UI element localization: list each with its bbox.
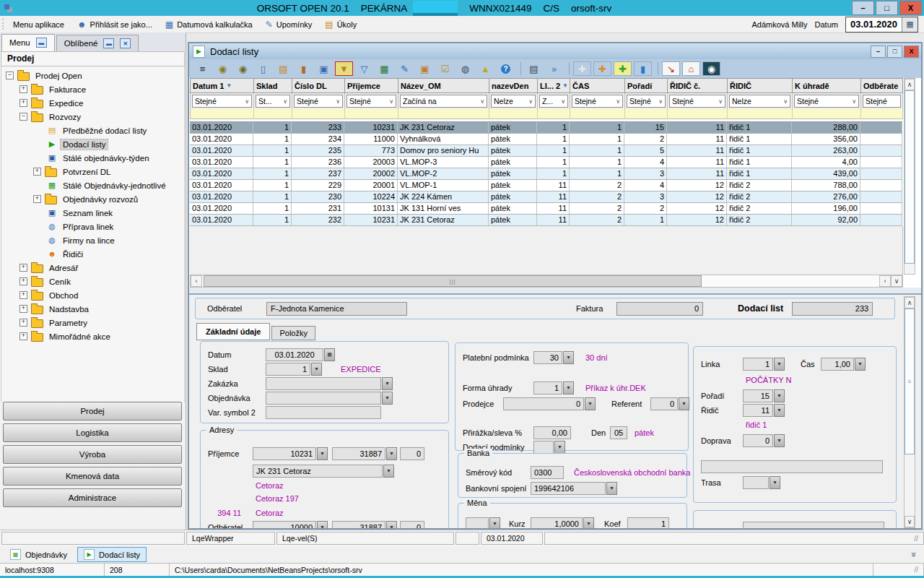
scroll-up-icon[interactable]: ∧ <box>905 79 915 90</box>
tree-item-nadstavba[interactable]: +Nadstavba <box>1 302 184 316</box>
detail-vscroll-thumb[interactable]: ≡ <box>905 309 915 454</box>
view-columns-icon[interactable]: ◉ <box>234 61 252 76</box>
tree-item-st-l-objedn-vky-jednotliv[interactable]: ▦Stálé Objednávky-jednotlivé <box>1 178 184 192</box>
table-row[interactable]: 03.01.2020123411000Vyhnálkovápátek11211ř… <box>190 134 902 145</box>
dropdown-button[interactable]: ▼ <box>774 434 785 447</box>
menu-item-menu-aplikace[interactable]: Menu aplikace <box>6 16 71 33</box>
table-row[interactable]: 03.01.2020123110131JK 131 Horní vespátek… <box>190 203 902 215</box>
filter-dropdown[interactable]: St...∨ <box>256 95 290 108</box>
tree-item-dodac-listy[interactable]: ▶Dodací listy <box>1 137 184 151</box>
form-field[interactable] <box>701 460 883 473</box>
quick-filter-icon[interactable]: ▼ <box>335 61 353 76</box>
form-field[interactable] <box>533 441 554 454</box>
tree-item-p-prava-linek[interactable]: ◍Příprava linek <box>1 220 184 233</box>
hscroll-track[interactable]: ||| <box>202 275 879 287</box>
minimize-panel-icon[interactable]: ▬ <box>36 38 47 48</box>
table-row[interactable]: 03.01.2020123310231JK 231 Cetorazpátek11… <box>190 122 902 134</box>
filter-input-cell[interactable] <box>625 109 668 119</box>
dropdown-button[interactable]: ▼ <box>489 517 500 530</box>
form-field[interactable]: 0 <box>400 447 424 460</box>
form-field[interactable] <box>743 476 769 489</box>
table-row[interactable]: 03.01.2020123620003VL.MOP-3pátek11411řid… <box>190 157 902 168</box>
form-field[interactable]: 1 <box>533 381 562 394</box>
splitter[interactable] <box>189 288 921 295</box>
form-field[interactable]: 0,00 <box>533 426 571 439</box>
filter-input-cell[interactable] <box>254 109 292 119</box>
nav-button-kmenov-data[interactable]: Kmenová data <box>3 467 182 486</box>
form-field[interactable] <box>743 522 884 530</box>
view-record-icon[interactable]: ◉ <box>214 61 232 76</box>
filter-dropdown[interactable]: Stejné∨ <box>669 95 725 108</box>
tab-zakladni-udaje[interactable]: Základní údaje <box>196 323 270 340</box>
nav-button-administrace[interactable]: Administrace <box>3 488 182 507</box>
form-field[interactable]: 10000 <box>253 521 316 530</box>
web-icon[interactable]: ◍ <box>456 61 474 76</box>
menu-item-datumova-kalkulacka[interactable]: ▦Datumová kalkulačka <box>159 16 259 33</box>
filter-input-cell[interactable] <box>570 109 625 119</box>
checklist-icon[interactable]: ☑ <box>436 61 454 76</box>
column-header-ridic[interactable]: ŘIDIČ <box>728 78 793 93</box>
filter-input-cell[interactable] <box>538 109 570 119</box>
form-field[interactable]: 0 <box>743 434 773 447</box>
table-row[interactable]: 03.01.2020123720002VL.MOP-2pátek11311řid… <box>190 168 902 180</box>
filter-dropdown[interactable]: Stejné∨ <box>346 95 396 108</box>
excel-export-icon[interactable]: ▦ <box>375 61 393 76</box>
scroll-up-icon[interactable]: ∧ <box>905 297 915 309</box>
clover-green-icon[interactable]: ✚ <box>614 61 632 76</box>
dropdown-button[interactable]: ▼ <box>774 358 785 371</box>
filter-input-cell[interactable] <box>861 109 903 119</box>
record-icon[interactable]: ◉ <box>702 61 720 76</box>
filter-dropdown[interactable]: Stejné <box>863 95 901 108</box>
filter-icon[interactable]: ▽ <box>355 61 373 76</box>
sidebar-tab-obl-ben[interactable]: Oblíbené▬✕ <box>56 35 139 51</box>
taskbar-tab-dodac-listy[interactable]: ▶Dodací listy <box>77 547 147 562</box>
filter-dropdown[interactable]: Nelze∨ <box>729 95 790 108</box>
filter-input-cell[interactable] <box>398 109 489 119</box>
panel-close-button[interactable]: X <box>904 46 919 58</box>
nav-button-prodej[interactable]: Prodej <box>3 402 182 420</box>
tree-item-firmy-na-lince[interactable]: ◍Firmy na lince <box>1 233 184 247</box>
scroll-left-icon[interactable]: ‹ <box>191 275 202 287</box>
expand-icon[interactable]: + <box>19 99 27 107</box>
form-field[interactable]: 30 <box>533 351 562 364</box>
close-button[interactable]: X <box>899 1 922 15</box>
duplicate-icon[interactable]: ▣ <box>416 61 434 76</box>
form-field[interactable]: 0300 <box>531 466 564 479</box>
close-panel-icon[interactable]: ✕ <box>120 38 131 48</box>
tree-item-expedice[interactable]: +Expedice <box>1 96 184 110</box>
dropdown-button[interactable]: ▼ <box>679 397 689 410</box>
form-field[interactable]: 0 <box>503 397 584 410</box>
table-vscroll-thumb[interactable] <box>905 90 915 264</box>
collapse-icon[interactable]: − <box>19 113 27 121</box>
form-field[interactable]: 199642106 <box>531 482 606 495</box>
maximize-button[interactable]: □ <box>876 1 898 15</box>
sidebar-tab-menu[interactable]: Menu▬ <box>1 34 55 51</box>
expand-icon[interactable]: + <box>19 277 27 285</box>
tree-item-fakturace[interactable]: +Fakturace <box>1 82 184 96</box>
panel-minimize-button[interactable]: – <box>871 46 886 58</box>
work-date-input[interactable]: 03.01.2020 ▦ <box>845 17 918 33</box>
dropdown-button[interactable]: ▼ <box>311 363 322 376</box>
print-icon[interactable]: ▤ <box>525 61 543 76</box>
table-vscrollbar[interactable]: ∧ <box>904 78 915 275</box>
column-header-prijemce[interactable]: Příjemce <box>345 78 398 93</box>
filter-input-cell[interactable] <box>793 109 861 119</box>
dropdown-button[interactable]: ▼ <box>386 447 397 460</box>
expand-icon[interactable]: + <box>33 195 41 203</box>
tree-item-rozvozy[interactable]: −Rozvozy <box>1 110 184 124</box>
dropdown-button[interactable]: ▼ <box>317 447 328 460</box>
form-field[interactable]: 10231 <box>253 447 316 460</box>
delivery-note-number-field[interactable]: 233 <box>792 302 873 316</box>
panel-maximize-button[interactable]: □ <box>887 46 902 58</box>
expand-icon[interactable]: + <box>33 168 41 176</box>
nav-button-logistika[interactable]: Logistika <box>3 423 182 442</box>
invoice-field[interactable]: 0 <box>616 302 703 316</box>
column-header-nazev-om[interactable]: Název_OM <box>398 78 489 93</box>
dropdown-button[interactable]: ▼ <box>585 397 596 410</box>
expand-icon[interactable]: + <box>19 291 27 299</box>
column-header-poradi[interactable]: Pořadí <box>625 78 668 93</box>
tree-item-obchod[interactable]: +Obchod <box>1 288 184 302</box>
form-field[interactable] <box>266 377 381 390</box>
form-field[interactable]: JK 231 Cetoraz <box>253 465 383 478</box>
column-header-cas[interactable]: ČAS <box>570 78 625 93</box>
